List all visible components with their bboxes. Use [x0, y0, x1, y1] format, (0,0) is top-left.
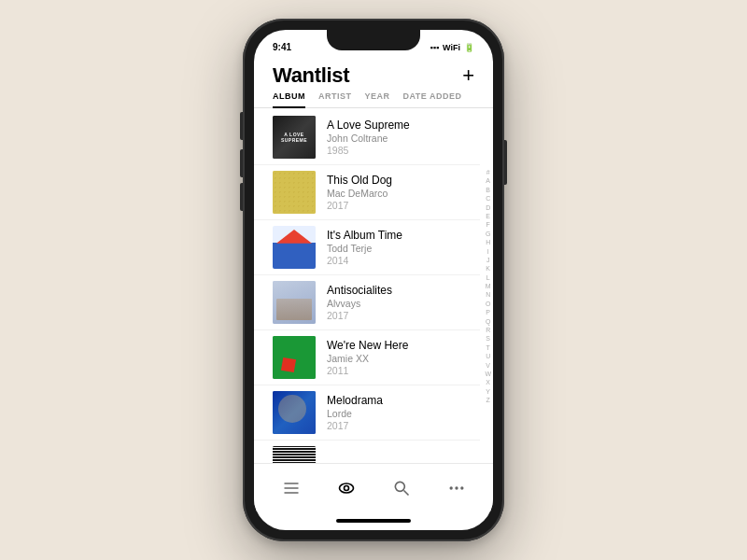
item-info: A Love Supreme John Coltrane 1985: [327, 119, 480, 156]
tabs-bar: ALBUM ARTIST YEAR DATE ADDED: [254, 91, 493, 108]
album-artist: Jamie XX: [327, 353, 480, 364]
album-art: [273, 226, 316, 269]
album-artist: Lorde: [327, 408, 480, 419]
album-artist: Todd Terje: [327, 243, 480, 254]
album-title: Melodrama: [327, 394, 480, 407]
album-year: 2014: [327, 255, 480, 266]
tab-date-added[interactable]: DATE ADDED: [403, 91, 462, 108]
alpha-letter[interactable]: A: [485, 177, 491, 185]
alpha-letter[interactable]: N: [485, 291, 491, 299]
album-title: This Old Dog: [327, 174, 480, 187]
header: Wantlist +: [254, 56, 493, 91]
content-area: Wantlist + ALBUM ARTIST YEAR DATE ADDED …: [254, 56, 493, 530]
album-year: 2017: [327, 420, 480, 431]
wifi-icon: WiFi: [443, 43, 460, 52]
search-icon: [392, 479, 411, 497]
item-info: It's Album Time Todd Terje 2014: [327, 229, 480, 266]
svg-point-9: [460, 486, 463, 489]
alpha-letter[interactable]: T: [485, 344, 491, 352]
tab-album[interactable]: ALBUM: [273, 91, 305, 108]
nav-more[interactable]: [438, 469, 475, 507]
alpha-letter[interactable]: D: [485, 203, 491, 211]
battery-icon: 🔋: [464, 43, 474, 52]
list-item[interactable]: Melodrama Lorde 2017: [254, 385, 480, 441]
bars-icon: [282, 479, 301, 497]
alpha-letter[interactable]: Q: [485, 317, 491, 325]
svg-point-8: [455, 486, 458, 489]
alpha-letter[interactable]: #: [485, 169, 491, 176]
album-title: We're New Here: [327, 339, 480, 352]
album-title: It's Album Time: [327, 229, 480, 242]
item-info: We're New Here Jamie XX 2011: [327, 339, 480, 376]
album-title: Bloom: [327, 461, 480, 464]
alpha-letter[interactable]: F: [485, 221, 491, 229]
album-art: A LOVESUPREME: [273, 116, 316, 159]
album-art: [273, 446, 316, 463]
notch: [327, 30, 420, 50]
list-item[interactable]: It's Album Time Todd Terje 2014: [254, 220, 480, 275]
home-indicator: [254, 511, 493, 530]
svg-point-7: [449, 486, 452, 489]
alpha-letter[interactable]: S: [485, 335, 491, 343]
alpha-letter[interactable]: X: [485, 379, 491, 386]
alpha-index: # A B C D E F G H I J K L M N O P: [485, 169, 493, 405]
item-info: This Old Dog Mac DeMarco 2017: [327, 174, 480, 211]
album-art: [273, 336, 316, 379]
alpha-letter[interactable]: Y: [485, 387, 491, 395]
alpha-letter[interactable]: V: [485, 361, 491, 369]
item-info: Bloom: [327, 461, 480, 464]
svg-line-6: [403, 490, 408, 495]
album-year: 2011: [327, 365, 480, 376]
album-title: A Love Supreme: [327, 119, 480, 132]
add-button[interactable]: +: [462, 65, 474, 86]
tab-artist[interactable]: ARTIST: [318, 91, 352, 108]
alpha-letter[interactable]: J: [485, 257, 491, 264]
eye-icon: [337, 479, 356, 497]
album-year: 2017: [327, 200, 480, 211]
album-artist: John Coltrane: [327, 133, 480, 144]
album-year: 1985: [327, 145, 480, 156]
list-item[interactable]: A LOVESUPREME A Love Supreme John Coltra…: [254, 110, 480, 165]
alpha-letter[interactable]: I: [485, 247, 491, 255]
alpha-letter[interactable]: B: [485, 187, 491, 194]
nav-search[interactable]: [383, 469, 420, 507]
list-item[interactable]: Antisocialites Alvvays 2017: [254, 275, 480, 330]
nav-collection[interactable]: [273, 469, 310, 507]
alpha-letter[interactable]: H: [485, 239, 491, 246]
album-art: [273, 171, 316, 214]
alpha-letter[interactable]: R: [485, 327, 491, 334]
tab-year[interactable]: YEAR: [365, 91, 390, 108]
item-info: Melodrama Lorde 2017: [327, 394, 480, 431]
item-info: Antisocialites Alvvays 2017: [327, 284, 480, 321]
svg-point-5: [395, 482, 404, 491]
list-item[interactable]: This Old Dog Mac DeMarco 2017: [254, 165, 480, 220]
alpha-letter[interactable]: Z: [485, 397, 491, 404]
alpha-letter[interactable]: U: [485, 353, 491, 360]
status-icons: ▪▪▪ WiFi 🔋: [430, 43, 475, 52]
album-art: [273, 281, 316, 324]
alpha-letter[interactable]: P: [485, 309, 491, 316]
dots-icon: [447, 479, 466, 497]
list-item[interactable]: Bloom: [254, 441, 480, 463]
alpha-letter[interactable]: M: [485, 283, 491, 290]
alpha-letter[interactable]: K: [485, 265, 491, 273]
alpha-letter[interactable]: E: [485, 213, 491, 220]
list-item[interactable]: We're New Here Jamie XX 2011: [254, 330, 480, 385]
svg-point-3: [339, 483, 353, 493]
page-title: Wantlist: [273, 63, 349, 88]
alpha-letter[interactable]: G: [485, 230, 491, 237]
album-artist: Mac DeMarco: [327, 188, 480, 199]
bottom-nav: [254, 463, 493, 511]
nav-wantlist[interactable]: [328, 469, 365, 507]
album-list: A LOVESUPREME A Love Supreme John Coltra…: [254, 110, 493, 463]
alpha-letter[interactable]: L: [485, 273, 491, 281]
screen: 9:41 ▪▪▪ WiFi 🔋 Wantlist + ALBUM ARTIST …: [254, 30, 493, 530]
home-bar: [336, 519, 411, 523]
alpha-letter[interactable]: O: [485, 301, 491, 308]
alpha-letter[interactable]: W: [485, 371, 491, 378]
album-title: Antisocialites: [327, 284, 480, 297]
signal-icon: ▪▪▪: [430, 43, 440, 52]
phone-mockup: 9:41 ▪▪▪ WiFi 🔋 Wantlist + ALBUM ARTIST …: [243, 19, 504, 541]
album-year: 2017: [327, 310, 480, 321]
alpha-letter[interactable]: C: [485, 195, 491, 203]
